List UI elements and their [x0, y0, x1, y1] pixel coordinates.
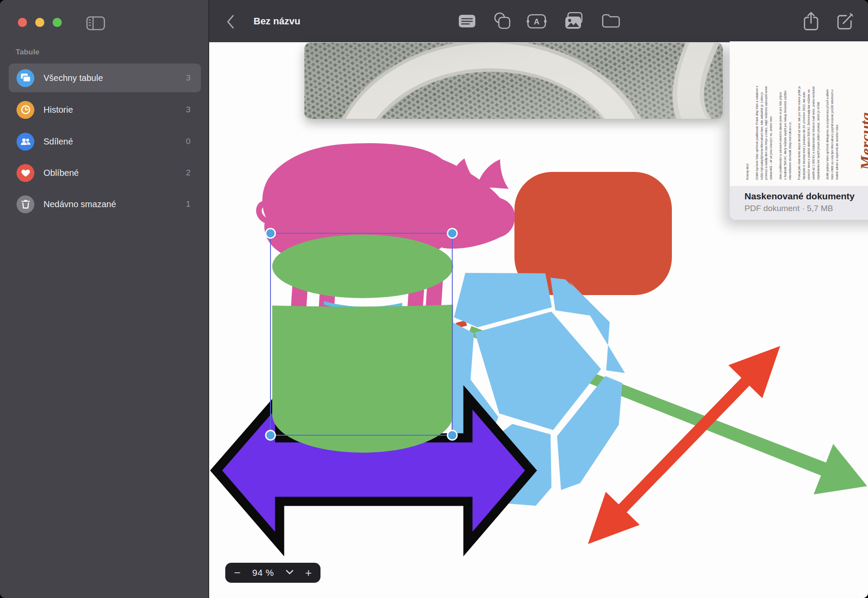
selection-handle-top-left	[266, 228, 275, 238]
people-icon	[17, 133, 34, 151]
compose-icon[interactable]	[835, 12, 855, 33]
zoom-control: − 94 % +	[225, 563, 320, 583]
selection-handle-top-right	[447, 228, 457, 238]
sidebar-item-history[interactable]: Historie 3	[9, 95, 201, 124]
board-canvas[interactable]: Krásný den! Chtěli bychom Vám upřímně po…	[209, 42, 868, 598]
attachment-meta: PDF dokument · 5,7 MB	[744, 204, 868, 213]
folder-button[interactable]	[601, 13, 621, 30]
close-window-button[interactable]	[18, 18, 27, 27]
sidebar-item-favorites[interactable]: Oblíbené 2	[9, 158, 201, 187]
cylinder-shape[interactable]	[272, 235, 453, 453]
back-button[interactable]	[225, 13, 237, 32]
sidebar-item-label: Oblíbené	[43, 168, 186, 178]
share-icon[interactable]	[802, 11, 820, 33]
sidebar-item-label: Sdílené	[43, 137, 186, 147]
heart-icon	[17, 164, 34, 182]
attachment-caption: Naskenované dokumenty PDF dokument · 5,7…	[730, 186, 868, 220]
sidebar-section-label: Tabule	[16, 48, 40, 57]
sidebar-item-label: Všechny tabule	[43, 73, 186, 83]
zoom-level-value[interactable]: 94 %	[252, 568, 274, 578]
document-text: Krásný den! Chtěli bychom Vám upřímně po…	[745, 41, 854, 180]
sidebar-item-recently-deleted[interactable]: Nedávno smazané 1	[9, 190, 201, 218]
insert-textbox-button[interactable]: A	[526, 14, 547, 30]
sidebar-item-shared[interactable]: Sdílené 0	[9, 127, 201, 156]
clock-icon	[17, 101, 34, 119]
insert-media-button[interactable]	[564, 12, 584, 32]
trash-icon	[17, 195, 34, 213]
document-preview: Krásný den! Chtěli bychom Vám upřímně po…	[730, 41, 868, 186]
boards-icon	[17, 69, 34, 87]
traffic-lights	[18, 18, 62, 27]
sidebar-item-label: Historie	[43, 105, 186, 115]
zoom-window-button[interactable]	[53, 18, 62, 27]
document-logo: Mercuta	[857, 53, 868, 170]
freeform-window: Tabule Všechny tabule 3 Historie 3	[0, 0, 868, 598]
sidebar-item-count: 0	[186, 137, 190, 146]
sidebar-item-all-boards[interactable]: Všechny tabule 3	[9, 64, 201, 92]
chevron-down-icon[interactable]	[286, 569, 294, 577]
sidebar: Tabule Všechny tabule 3 Historie 3	[0, 0, 209, 598]
selection-handle-bottom-right	[447, 430, 457, 440]
selection-handle-bottom-left	[266, 430, 275, 440]
insert-shape-button[interactable]	[493, 11, 512, 32]
insert-note-button[interactable]	[458, 13, 476, 31]
attachment-title: Naskenované dokumenty	[744, 191, 868, 202]
sidebar-item-count: 2	[186, 168, 190, 178]
zoom-in-button[interactable]: +	[305, 567, 312, 578]
board-title[interactable]: Bez názvu	[254, 16, 300, 27]
sidebar-item-count: 1	[186, 199, 190, 209]
svg-text:A: A	[534, 17, 540, 26]
sidebar-toggle-icon[interactable]	[86, 16, 105, 33]
sidebar-item-label: Nedávno smazané	[43, 199, 186, 209]
sidebar-item-count: 3	[186, 73, 190, 83]
attachment-card[interactable]: Krásný den! Chtěli bychom Vám upřímně po…	[730, 41, 868, 220]
zoom-out-button[interactable]: −	[234, 567, 240, 578]
minimize-window-button[interactable]	[35, 18, 44, 27]
sidebar-item-count: 3	[186, 105, 190, 114]
